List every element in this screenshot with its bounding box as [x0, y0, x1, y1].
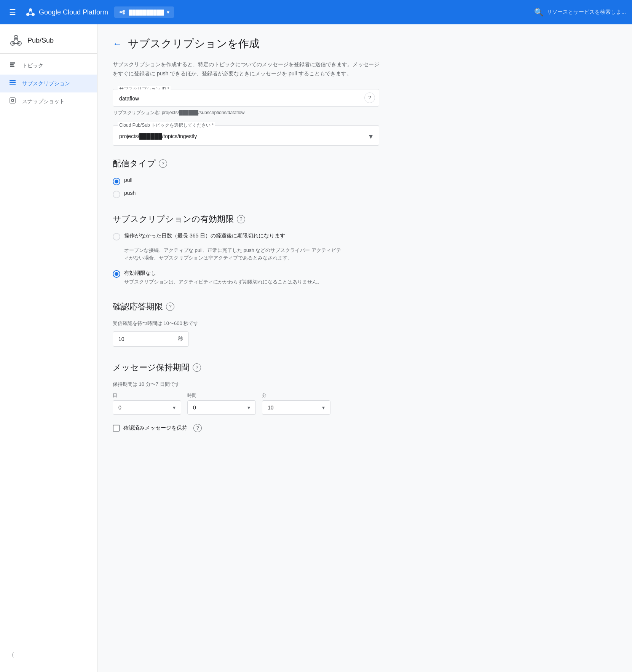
- retain-acked-checkbox-box: [113, 425, 120, 432]
- retention-min-arrow: ▾: [322, 404, 325, 411]
- expiry-help-icon[interactable]: ?: [237, 215, 245, 223]
- expiry-option1-detail: オープンな接続、アクティブな pull、正常に完了した push などのサブスク…: [124, 247, 345, 263]
- back-button[interactable]: ←: [113, 38, 122, 49]
- project-dots-icon: [119, 9, 126, 16]
- project-dropdown-icon: ▾: [167, 9, 169, 15]
- expiry-option1-radio[interactable]: 操作がなかった日数（最長 365 日）の経過後に期限切れになります: [113, 232, 379, 240]
- sidebar-item-subscriptions-label: サブスクリプション: [22, 80, 70, 87]
- retention-help-icon[interactable]: ?: [193, 363, 201, 372]
- pull-radio-circle: [113, 178, 120, 185]
- subscription-id-input-wrapper: サブスクリプション ID * ?: [113, 89, 379, 107]
- subscriptions-icon: [9, 79, 16, 88]
- push-radio[interactable]: push: [113, 190, 379, 198]
- sidebar: Pub/Sub トピック サブスクリプション: [0, 24, 97, 672]
- retention-min-select[interactable]: 10 ▾: [262, 400, 330, 415]
- svg-rect-21: [10, 82, 16, 83]
- svg-rect-17: [10, 62, 15, 64]
- expiry-radio-group: 操作がなかった日数（最長 365 日）の経過後に期限切れになります オープンな接…: [113, 232, 379, 286]
- retain-acked-help-icon[interactable]: ?: [193, 424, 202, 432]
- topics-icon: [9, 61, 16, 70]
- push-label: push: [124, 190, 136, 196]
- svg-rect-20: [10, 80, 16, 81]
- retention-min-field: 分 10 ▾: [262, 392, 330, 415]
- expiry-option2-detail: サブスクリプションは、アクティビティにかかわらず期限切れになることはありません。: [124, 278, 322, 286]
- topic-selector-wrapper: Cloud Pub/Sub トピックを選択してください * projects/█…: [113, 125, 379, 146]
- svg-rect-19: [10, 66, 14, 67]
- retention-hour-arrow: ▾: [247, 404, 250, 411]
- svg-point-24: [11, 99, 14, 102]
- subscription-id-input[interactable]: [113, 89, 364, 106]
- ack-deadline-unit: 秒: [178, 336, 183, 342]
- retention-day-value: 0: [118, 404, 121, 411]
- ack-deadline-input[interactable]: [118, 336, 164, 342]
- retention-hour-value: 0: [193, 404, 196, 411]
- svg-rect-18: [10, 64, 14, 65]
- ack-deadline-input-wrapper: 秒: [113, 331, 189, 347]
- expiry-option1-content: 操作がなかった日数（最長 365 日）の経過後に期限切れになります: [124, 232, 285, 239]
- push-radio-circle: [113, 191, 120, 198]
- gcp-logo-icon: [25, 7, 36, 18]
- svg-rect-22: [10, 84, 16, 85]
- subscription-id-field: サブスクリプション ID * ? サブスクリプション名: projects/██…: [113, 89, 379, 116]
- retention-section-title: メッセージ保持期間 ?: [113, 362, 379, 373]
- retention-dropdowns: 日 0 ▾ 時間 0 ▾ 分 10: [113, 392, 379, 415]
- sidebar-collapse-btn[interactable]: 〈: [0, 646, 97, 664]
- sidebar-item-snapshots-label: スナップショット: [22, 98, 65, 105]
- main-content: ← サブスクリプションを作成 サブスクリプションを作成すると、特定のトピックにつ…: [97, 24, 632, 672]
- retention-min-label: 分: [262, 392, 330, 399]
- search-placeholder: リソースとサービスを検索しま...: [547, 9, 626, 16]
- svg-rect-23: [10, 98, 15, 103]
- top-header: ☰ Google Cloud Platform ██████████ ▾ 🔍 リ…: [0, 0, 632, 24]
- page-header: ← サブスクリプションを作成: [113, 37, 617, 51]
- ack-deadline-hint: 受信確認を待つ時間は 10〜600 秒です: [113, 320, 379, 327]
- topic-dropdown-arrow: ▾: [369, 132, 373, 141]
- expiry-option2-radio[interactable]: 有効期限なし サブスクリプションは、アクティビティにかかわらず期限切れになること…: [113, 270, 379, 286]
- project-selector[interactable]: ██████████ ▾: [114, 6, 174, 18]
- retain-acked-checkbox[interactable]: 確認済みメッセージを保持 ?: [113, 424, 379, 432]
- sidebar-service-name: Pub/Sub: [27, 37, 54, 45]
- sidebar-item-snapshots[interactable]: スナップショット: [0, 92, 97, 110]
- retain-acked-label: 確認済みメッセージを保持: [123, 425, 187, 432]
- page-title: サブスクリプションを作成: [128, 37, 260, 51]
- expiry-option2-circle: [113, 270, 120, 278]
- subscription-name-hint: サブスクリプション名: projects/██████/subscription…: [113, 110, 379, 116]
- ack-deadline-section-title: 確認応答期限 ?: [113, 301, 379, 312]
- retention-hour-select[interactable]: 0 ▾: [187, 400, 256, 415]
- subscription-id-inner: ?: [113, 89, 379, 106]
- sidebar-item-topics[interactable]: トピック: [0, 57, 97, 75]
- app-name-label: Google Cloud Platform: [39, 8, 108, 16]
- retention-hour-label: 時間: [187, 392, 256, 399]
- retention-hour-field: 時間 0 ▾: [187, 392, 256, 415]
- retention-min-value: 10: [268, 404, 274, 411]
- expiry-option1-label: 操作がなかった日数（最長 365 日）の経過後に期限切れになります: [124, 232, 285, 239]
- expiry-option2-label: 有効期限なし: [124, 270, 322, 277]
- hamburger-icon[interactable]: ☰: [6, 5, 19, 20]
- retention-day-select[interactable]: 0 ▾: [113, 400, 181, 415]
- app-logo: Google Cloud Platform: [25, 7, 108, 18]
- expiry-option1-circle: [113, 233, 120, 240]
- pull-label: pull: [124, 177, 132, 183]
- layout: Pub/Sub トピック サブスクリプション: [0, 24, 632, 672]
- search-icon[interactable]: 🔍: [534, 8, 544, 17]
- ack-deadline-help-icon[interactable]: ?: [166, 303, 174, 311]
- retention-hint: 保持期間は 10 分〜7 日間です: [113, 381, 379, 388]
- expiry-section-title: サブスクリプションの有効期限 ?: [113, 213, 379, 225]
- form-section: サブスクリプション ID * ? サブスクリプション名: projects/██…: [113, 89, 379, 432]
- retention-day-label: 日: [113, 392, 181, 399]
- topic-value: projects/██████/topics/ingestly: [119, 133, 197, 139]
- pubsub-icon: [9, 33, 23, 47]
- topic-selector-label: Cloud Pub/Sub トピックを選択してください *: [118, 122, 215, 129]
- snapshots-icon: [9, 97, 16, 106]
- expiry-option2-content: 有効期限なし サブスクリプションは、アクティビティにかかわらず期限切れになること…: [124, 270, 322, 286]
- search-bar: 🔍 リソースとサービスを検索しま...: [534, 8, 626, 17]
- delivery-type-help-icon[interactable]: ?: [159, 159, 167, 168]
- retention-day-arrow: ▾: [173, 404, 176, 411]
- sidebar-item-topics-label: トピック: [22, 62, 43, 69]
- pull-radio[interactable]: pull: [113, 177, 379, 185]
- project-name: ██████████: [129, 10, 164, 15]
- subscription-id-help-icon[interactable]: ?: [364, 92, 375, 103]
- topic-selector-field: Cloud Pub/Sub トピックを選択してください * projects/█…: [113, 125, 379, 146]
- description-text: サブスクリプションを作成すると、特定のトピックについてのメッセージを登録者に送信…: [113, 60, 379, 78]
- sidebar-item-subscriptions[interactable]: サブスクリプション: [0, 75, 97, 92]
- delivery-type-radio-group: pull push: [113, 177, 379, 198]
